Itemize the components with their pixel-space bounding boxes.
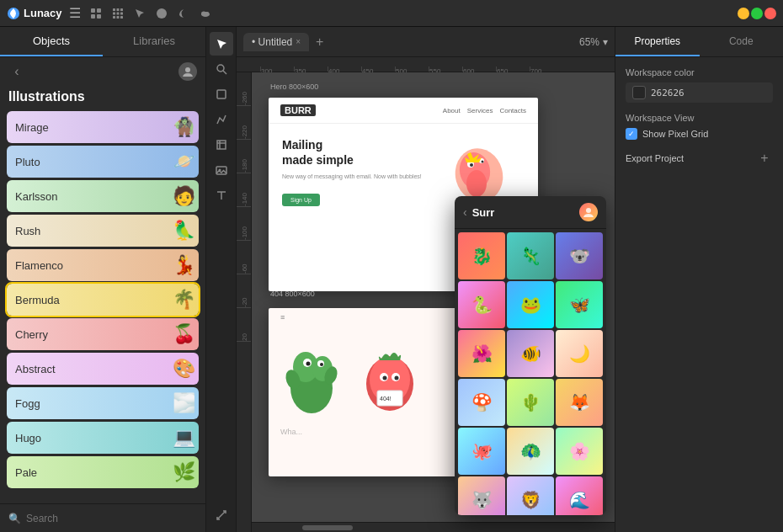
right-panel-content: Workspace color 262626 Workspace View ✓ …: [615, 57, 783, 177]
illus-item-abstract[interactable]: Abstract 🎨: [7, 353, 199, 385]
svg-point-34: [470, 163, 473, 167]
tab-code[interactable]: Code: [700, 27, 784, 56]
ruler-mark-400: 400: [328, 66, 361, 72]
illus-label-flamenco: Flamenco: [15, 259, 63, 272]
svg-text:404!: 404!: [380, 396, 392, 402]
popup-grid-item-7[interactable]: 🐠: [507, 330, 554, 377]
tomato-svg: 404!: [356, 333, 423, 418]
illus-thumb-flamenco: 💃: [153, 250, 195, 280]
app-title: Lunacy: [24, 7, 62, 19]
hand-tool-icon[interactable]: [153, 6, 170, 21]
canvas-zoom[interactable]: 65% ▾: [579, 36, 608, 48]
zoom-chevron: ▾: [603, 36, 608, 48]
popup-grid-item-1[interactable]: 🦎: [507, 232, 554, 279]
canvas-tab[interactable]: • Untitled ×: [243, 33, 309, 51]
illus-item-hugo[interactable]: Hugo 💻: [7, 422, 199, 454]
illus-item-bermuda[interactable]: Bermuda 🌴: [7, 284, 199, 316]
popup-grid-item-9[interactable]: 🍄: [458, 379, 505, 426]
sidebar-back-button[interactable]: ‹: [8, 63, 25, 80]
maximize-button[interactable]: [751, 8, 763, 19]
popup-grid-item-2[interactable]: 🐨: [556, 232, 603, 279]
popup-grid-item-12[interactable]: 🐙: [458, 428, 505, 475]
select-tool[interactable]: [210, 32, 233, 56]
illus-thumb-hugo: 💻: [153, 423, 195, 453]
popup-grid-item-3[interactable]: 🐍: [458, 281, 505, 328]
popup-grid-item-8[interactable]: 🌙: [556, 330, 603, 377]
lunacy-icon: [7, 7, 20, 20]
popup-grid-item-6[interactable]: 🌺: [458, 330, 505, 377]
canvas-tab-add[interactable]: +: [316, 35, 323, 50]
illus-thumb-rush: 🦜: [153, 215, 195, 246]
sidebar-search: 🔍: [0, 503, 205, 532]
hero-cta-button[interactable]: Sign Up: [282, 194, 320, 206]
scrollbar-thumb[interactable]: [302, 525, 353, 530]
canvas-scrollbar-h[interactable]: [252, 522, 615, 532]
workspace-view-label: Workspace View: [626, 113, 773, 123]
export-add-button[interactable]: +: [756, 150, 773, 167]
svg-rect-22: [217, 141, 226, 149]
popup-grid-item-0[interactable]: 🐉: [458, 232, 505, 279]
canvas-area: • Untitled × + 65% ▾ 300 350 400 450 500…: [237, 27, 615, 532]
illus-thumb-abstract: 🎨: [153, 354, 195, 384]
popup-grid-item-14[interactable]: 🌸: [556, 428, 603, 475]
tab-libraries[interactable]: Libraries: [103, 27, 205, 56]
popup-item-emoji-9: 🍄: [458, 379, 505, 426]
pixel-grid-checkbox[interactable]: ✓: [626, 128, 637, 140]
ruler-v-20: -20: [237, 274, 251, 308]
popup-grid-item-15[interactable]: 🐺: [458, 476, 505, 515]
sidebar-user-avatar[interactable]: [178, 62, 197, 81]
illus-item-flamenco[interactable]: Flamenco 💃: [7, 249, 199, 281]
popup-grid-item-4[interactable]: 🐸: [507, 281, 554, 328]
zoom-tool[interactable]: [210, 57, 233, 81]
image-tool[interactable]: [210, 158, 233, 182]
pen-tool[interactable]: [210, 108, 233, 131]
canvas-tab-close[interactable]: ×: [296, 37, 301, 46]
svg-rect-4: [97, 14, 101, 19]
popup-back-button[interactable]: ‹: [463, 205, 467, 219]
popup-grid-item-10[interactable]: 🌵: [507, 379, 554, 426]
illus-item-cherry[interactable]: Cherry 🍒: [7, 318, 199, 350]
illus-item-mirage[interactable]: Mirage 🧌: [7, 111, 199, 143]
color-input-row[interactable]: 262626: [626, 82, 773, 103]
popup-grid: 🐉🦎🐨🐍🐸🦋🌺🐠🌙🍄🌵🦊🐙🦚🌸🐺🦁🌊: [455, 229, 606, 515]
close-button[interactable]: [764, 8, 776, 19]
illus-item-karlsson[interactable]: Karlsson 🧑: [7, 180, 199, 212]
tab-objects[interactable]: Objects: [0, 27, 103, 56]
illus-item-rush[interactable]: Rush 🦜: [7, 215, 199, 247]
popup-grid-item-16[interactable]: 🦁: [507, 476, 554, 515]
illus-item-pluto[interactable]: Pluto 🪐: [7, 146, 199, 178]
canvas-resize-tool[interactable]: [210, 503, 233, 527]
svg-rect-3: [91, 14, 95, 19]
cloud-icon[interactable]: [197, 6, 214, 21]
popup-item-emoji-12: 🐙: [458, 428, 505, 475]
cursor-icon[interactable]: [131, 6, 148, 21]
minimize-button[interactable]: [738, 8, 749, 19]
tab-properties[interactable]: Properties: [615, 27, 700, 56]
color-swatch[interactable]: [632, 86, 646, 99]
popup-grid-item-17[interactable]: 🌊: [556, 476, 603, 515]
workspace-color-section: Workspace color 262626: [626, 67, 773, 103]
hero-logo: BURR: [280, 104, 316, 116]
popup-overlay: ‹ Surr 🐉🦎🐨🐍🐸🦋🌺🐠🌙🍄🌵🦊🐙🦚🌸🐺🦁🌊: [455, 196, 606, 515]
moon-icon[interactable]: [175, 6, 192, 21]
window-controls[interactable]: [738, 8, 776, 19]
illus-item-pale[interactable]: Pale 🌿: [7, 456, 199, 488]
menu-icon[interactable]: ☰: [69, 5, 81, 21]
frame-tool[interactable]: [210, 133, 233, 157]
shape-tool[interactable]: [210, 82, 233, 106]
ruler-marks-container: 300 350 400 450 500 550 600 650 700: [252, 57, 563, 72]
illus-item-fogg[interactable]: Fogg 🌫️: [7, 387, 199, 419]
search-input[interactable]: [26, 513, 197, 524]
illus-label-karlsson: Karlsson: [15, 190, 58, 203]
popup-grid-item-13[interactable]: 🦚: [507, 428, 554, 475]
text-tool[interactable]: [210, 184, 233, 207]
popup-grid-item-5[interactable]: 🦋: [556, 281, 603, 328]
canvas-workspace[interactable]: Hero 800×600 BURR About Services Contact…: [252, 72, 615, 532]
svg-point-19: [217, 65, 224, 72]
popup-grid-item-11[interactable]: 🦊: [556, 379, 603, 426]
grid1-icon[interactable]: [88, 6, 104, 21]
grid2-icon[interactable]: [109, 6, 126, 21]
export-row: Export Project +: [626, 150, 773, 167]
export-project-label: Export Project: [626, 153, 684, 163]
illus-label-abstract: Abstract: [15, 363, 56, 375]
